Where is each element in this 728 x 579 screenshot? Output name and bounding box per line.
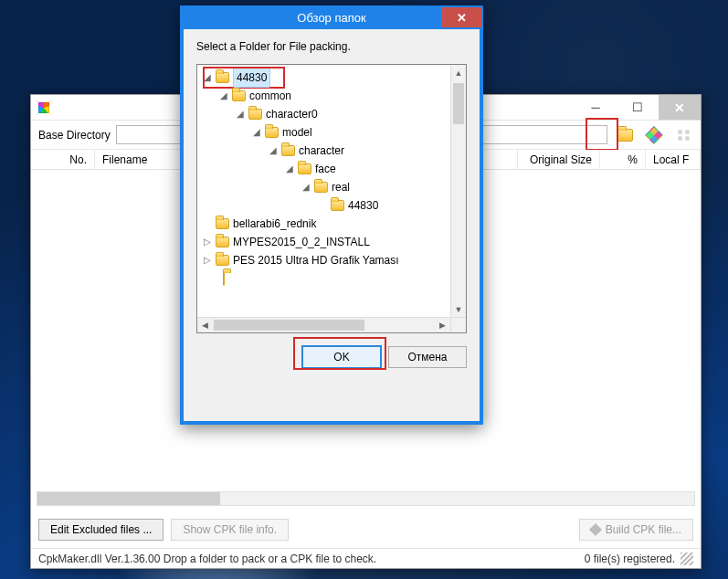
folder-icon xyxy=(298,163,311,174)
toolbar-icons xyxy=(607,125,693,145)
expand-icon[interactable]: ◢ xyxy=(203,68,212,87)
grid-button[interactable] xyxy=(673,125,693,145)
status-left: CpkMaker.dll Ver.1.36.00 Drop a folder t… xyxy=(38,553,376,565)
tree-node-pes2015[interactable]: ▷ PES 2015 Ultra HD Grafik Yaması xyxy=(203,251,449,269)
palette-button[interactable] xyxy=(644,125,664,145)
dialog-buttons: OK Отмена xyxy=(184,342,480,379)
expand-icon[interactable]: ◢ xyxy=(285,160,294,178)
folder-browse-dialog: Обзор папок ✕ Select a Folder for File p… xyxy=(180,5,483,425)
dots-icon xyxy=(676,128,691,142)
folder-icon xyxy=(216,72,229,83)
expand-icon[interactable]: ◢ xyxy=(269,142,278,160)
tree-node-44830[interactable]: ▷ 44830 xyxy=(318,196,449,215)
base-directory-label: Base Directory xyxy=(38,129,111,142)
scroll-up-icon[interactable]: ▲ xyxy=(451,65,466,80)
tree-label: PES 2015 Ultra HD Grafik Yaması xyxy=(233,251,399,269)
scroll-corner xyxy=(450,317,466,332)
tree-node-root[interactable]: ◢ 44830 xyxy=(203,68,449,87)
col-no[interactable]: No. xyxy=(31,150,95,169)
dialog-instruction: Select a Folder for File packing. xyxy=(184,29,480,58)
status-right: 0 file(s) registered. xyxy=(585,553,675,565)
window-controls: ─ ☐ ✕ xyxy=(575,95,701,120)
tree-label-root: 44830 xyxy=(233,68,270,88)
dialog-close-button[interactable]: ✕ xyxy=(441,7,481,27)
scroll-right-icon[interactable]: ▶ xyxy=(435,318,450,332)
expand-icon[interactable]: ◢ xyxy=(301,178,311,196)
tree-node-real[interactable]: ◢ real xyxy=(301,178,449,196)
expand-icon[interactable]: ◢ xyxy=(252,123,261,142)
expand-icon[interactable]: ◢ xyxy=(236,105,245,123)
diamond-grey-icon xyxy=(589,523,602,536)
folder-icon xyxy=(617,129,633,142)
tree-label: model xyxy=(282,123,312,142)
tree-label: real xyxy=(332,178,350,196)
tree-label: 44830 xyxy=(348,196,378,215)
tree-node-common[interactable]: ◢ common xyxy=(219,87,449,105)
browse-folder-button[interactable] xyxy=(615,125,635,145)
diamond-icon xyxy=(645,126,663,144)
tree-label: face xyxy=(315,160,336,178)
statusbar: CpkMaker.dll Ver.1.36.00 Drop a folder t… xyxy=(31,548,701,568)
dialog-title: Обзор папок xyxy=(297,11,365,25)
tree-node-cutoff xyxy=(223,269,449,275)
expand-icon[interactable]: ▷ xyxy=(203,251,212,269)
build-cpk-label: Build CPK file... xyxy=(606,523,681,536)
tree-hscrollbar[interactable]: ◀ ▶ xyxy=(197,317,450,332)
folder-tree-wrap: ◢ 44830 ◢ common xyxy=(196,64,467,333)
minimize-button[interactable]: ─ xyxy=(575,95,617,120)
folder-icon xyxy=(265,127,279,138)
folder-icon xyxy=(216,218,229,229)
tree-hthumb[interactable] xyxy=(214,320,364,331)
scroll-left-icon[interactable]: ◀ xyxy=(197,318,213,332)
edit-excluded-button[interactable]: Edit Excluded files ... xyxy=(38,519,164,541)
folder-icon xyxy=(248,109,262,120)
tree-label: MYPES2015_0_2_INSTALL xyxy=(233,233,370,251)
ok-button[interactable]: OK xyxy=(302,346,381,368)
tree-node-character0[interactable]: ◢ character0 xyxy=(236,105,449,123)
folder-icon xyxy=(216,237,229,247)
tree-vscrollbar[interactable]: ▲ ▼ xyxy=(450,65,466,317)
app-icon xyxy=(37,100,51,115)
close-button[interactable]: ✕ xyxy=(659,95,701,120)
tree-label: common xyxy=(249,87,291,105)
tree-node-character[interactable]: ◢ character xyxy=(269,142,449,160)
maximize-button[interactable]: ☐ xyxy=(617,95,659,120)
tree-node-face[interactable]: ◢ face xyxy=(285,160,449,178)
show-cpk-info-button: Show CPK file info. xyxy=(171,519,289,541)
scroll-down-icon[interactable]: ▼ xyxy=(451,301,466,317)
cancel-button[interactable]: Отмена xyxy=(388,346,467,368)
resize-grip[interactable] xyxy=(681,553,693,565)
folder-icon xyxy=(223,271,225,286)
col-original-size[interactable]: Original Size xyxy=(518,150,600,169)
expand-icon[interactable]: ▷ xyxy=(203,233,212,251)
folder-icon xyxy=(314,182,328,193)
tree-node-mypes[interactable]: ▷ MYPES2015_0_2_INSTALL xyxy=(203,233,449,251)
tree-node-bellarabi[interactable]: ▷ bellarabi6_rednik xyxy=(203,215,449,233)
folder-icon xyxy=(331,200,344,211)
tree-vthumb[interactable] xyxy=(453,83,464,124)
dialog-titlebar: Обзор папок ✕ xyxy=(180,5,483,29)
tree-label: bellarabi6_rednik xyxy=(233,215,316,233)
expand-icon[interactable]: ◢ xyxy=(219,87,228,105)
tree-label: character0 xyxy=(266,105,318,123)
build-cpk-button: Build CPK file... xyxy=(579,519,693,541)
hscrollbar[interactable] xyxy=(37,491,695,506)
folder-icon xyxy=(216,255,229,266)
hscroll-thumb[interactable] xyxy=(37,492,220,505)
col-percent[interactable]: % xyxy=(600,150,646,169)
bottom-buttons: Edit Excluded files ... Show CPK file in… xyxy=(31,511,701,548)
tree-label: character xyxy=(299,142,344,160)
folder-icon xyxy=(281,145,295,156)
col-local[interactable]: Local F xyxy=(646,150,701,169)
folder-tree[interactable]: ◢ 44830 ◢ common xyxy=(201,68,449,316)
tree-node-model[interactable]: ◢ model xyxy=(252,123,449,142)
folder-icon xyxy=(232,90,246,101)
